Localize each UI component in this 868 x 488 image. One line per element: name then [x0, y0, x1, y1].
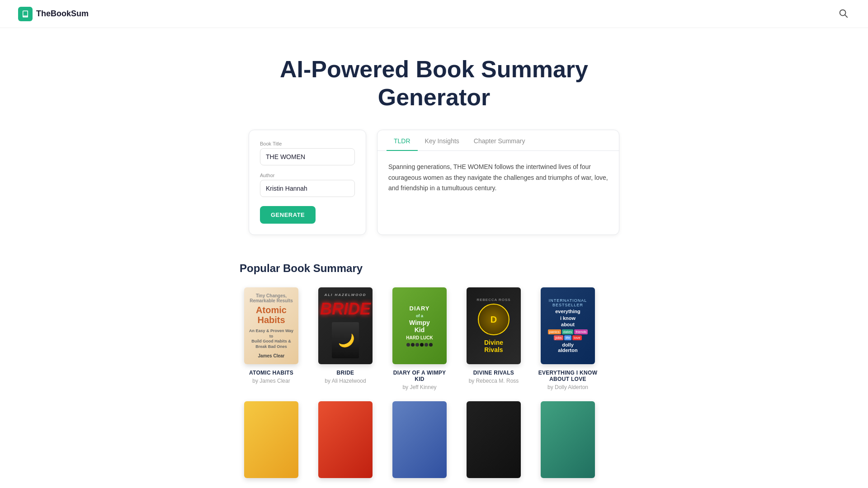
tab-key-insights[interactable]: Key Insights — [418, 130, 467, 151]
tabs-bar: TLDR Key Insights Chapter Summary — [377, 130, 619, 151]
author-label: Author — [260, 173, 355, 178]
book-title-diary-wimpy-kid: DIARY OF A WIMPY KID — [388, 370, 451, 382]
author-input[interactable] — [260, 180, 355, 197]
hero-section: AI-Powered Book Summary Generator — [0, 28, 868, 130]
tab-content-tldr: Spanning generations, THE WOMEN follows … — [377, 151, 619, 205]
logo-text: TheBookSum — [36, 9, 89, 19]
book-title-bride: BRIDE — [337, 370, 354, 376]
search-button[interactable] — [836, 6, 850, 21]
book-card-diary-wimpy-kid[interactable]: DIARY of a WimpyKid HARD LUCK DIARY OF A… — [388, 287, 451, 390]
book-cover-everything-i-know: INTERNATIONAL BESTSELLER everythingi kno… — [541, 287, 595, 364]
book-cover-row2-4 — [467, 401, 521, 478]
output-card: TLDR Key Insights Chapter Summary Spanni… — [377, 130, 619, 235]
tldr-text: Spanning generations, THE WOMEN follows … — [388, 162, 608, 194]
tab-chapter-summary[interactable]: Chapter Summary — [467, 130, 533, 151]
book-author-everything-i-know: by Dolly Alderton — [547, 384, 588, 390]
book-title-label: Book Title — [260, 141, 355, 146]
book-card-atomic-habits[interactable]: Tiny Changes,Remarkable Results AtomicHa… — [240, 287, 303, 390]
tab-tldr[interactable]: TLDR — [387, 130, 418, 151]
book-cover-atomic-habits: Tiny Changes,Remarkable Results AtomicHa… — [244, 287, 298, 364]
book-title-group: Book Title — [260, 141, 355, 165]
author-group: Author — [260, 173, 355, 197]
book-title-atomic-habits: ATOMIC HABITS — [249, 370, 293, 376]
book-cover-diary-wimpy-kid: DIARY of a WimpyKid HARD LUCK — [392, 287, 447, 364]
book-card-row2-2[interactable] — [314, 401, 377, 483]
hero-title: AI-Powered Book Summary Generator — [9, 55, 859, 112]
book-cover-row2-5 — [541, 401, 595, 478]
book-cover-row2-3 — [392, 401, 447, 478]
popular-title: Popular Book Summary — [240, 262, 628, 275]
books-grid-row2 — [240, 401, 628, 483]
book-card-row2-5[interactable] — [536, 401, 599, 483]
book-author-atomic-habits: by James Clear — [252, 378, 290, 384]
books-grid: Tiny Changes,Remarkable Results AtomicHa… — [240, 287, 628, 390]
popular-section: Popular Book Summary Tiny Changes,Remark… — [231, 262, 637, 488]
book-cover-row2-2 — [318, 401, 373, 478]
book-author-bride: by Ali Hazelwood — [325, 378, 366, 384]
book-author-diary-wimpy-kid: by Jeff Kinney — [402, 384, 436, 390]
book-card-row2-4[interactable] — [462, 401, 525, 483]
book-card-row2-3[interactable] — [388, 401, 451, 483]
book-title-everything-i-know: EVERYTHING I KNOW ABOUT LOVE — [536, 370, 599, 382]
header: TheBookSum — [0, 0, 868, 28]
book-cover-row2-1 — [244, 401, 298, 478]
logo-icon — [18, 7, 33, 21]
main-content: Book Title Author GENERATE TLDR Key Insi… — [240, 130, 628, 235]
input-card: Book Title Author GENERATE — [249, 130, 366, 235]
book-card-divine-rivals[interactable]: REBECCA ROSS D DivineRivals DIVINE RIVAL… — [462, 287, 525, 390]
book-icon — [21, 10, 29, 18]
book-card-everything-i-know[interactable]: INTERNATIONAL BESTSELLER everythingi kno… — [536, 287, 599, 390]
book-card-row2-1[interactable] — [240, 401, 303, 483]
book-cover-divine-rivals: REBECCA ROSS D DivineRivals — [467, 287, 521, 364]
logo-area: TheBookSum — [18, 7, 89, 21]
book-title-divine-rivals: DIVINE RIVALS — [473, 370, 514, 376]
generate-button[interactable]: GENERATE — [260, 206, 316, 224]
book-cover-bride: ALI HAZELWOOD BRIDE 🌙 — [318, 287, 373, 364]
search-icon — [838, 8, 848, 18]
book-title-input[interactable] — [260, 148, 355, 165]
book-author-divine-rivals: by Rebecca M. Ross — [469, 378, 519, 384]
svg-line-1 — [845, 15, 847, 17]
book-card-bride[interactable]: ALI HAZELWOOD BRIDE 🌙 BRIDE by Ali Hazel… — [314, 287, 377, 390]
